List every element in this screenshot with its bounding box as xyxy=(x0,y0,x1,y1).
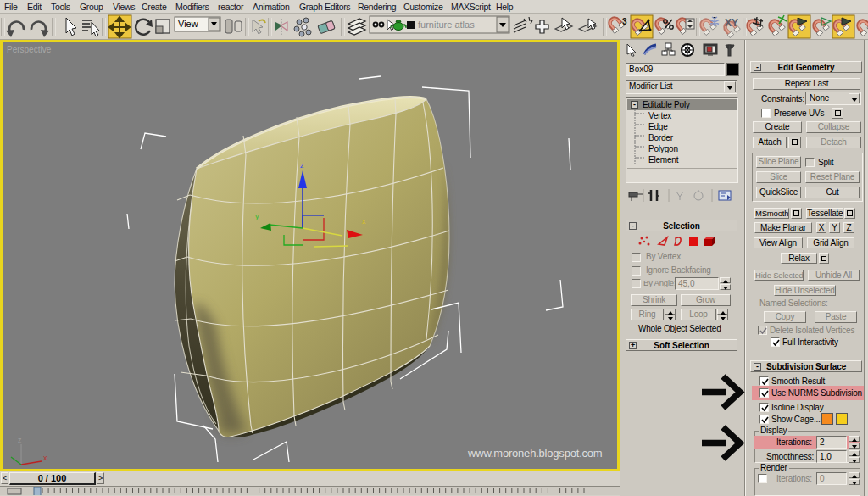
svg-text:3: 3 xyxy=(622,17,627,26)
svg-text:View: View xyxy=(178,19,198,29)
svg-text:x: x xyxy=(362,217,366,226)
svg-text:x: x xyxy=(43,454,47,462)
svg-text:z: z xyxy=(18,436,22,444)
svg-text:y: y xyxy=(255,212,259,220)
svg-text:z: z xyxy=(300,161,304,170)
svg-text:XY: XY xyxy=(725,17,738,29)
svg-text:furniture atlas: furniture atlas xyxy=(418,20,475,30)
